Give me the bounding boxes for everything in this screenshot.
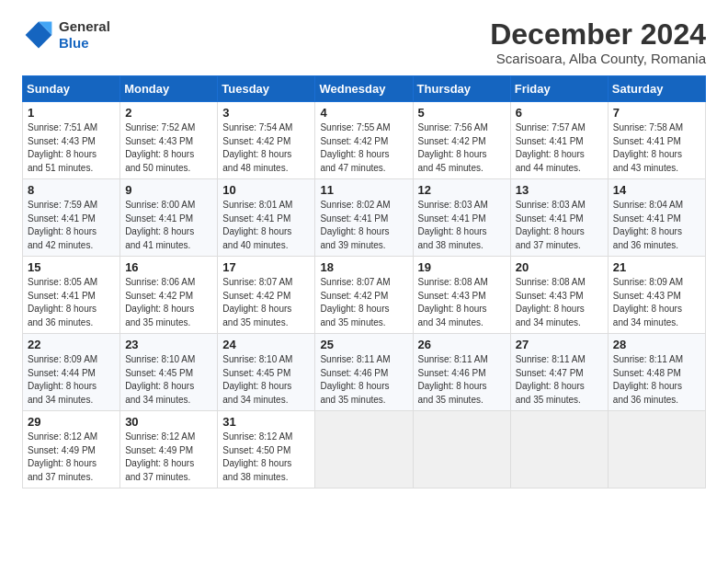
day-info: Sunrise: 7:55 AMSunset: 4:42 PMDaylight:… [320, 122, 390, 173]
day-info: Sunrise: 7:59 AMSunset: 4:41 PMDaylight:… [28, 200, 97, 250]
day-info: Sunrise: 8:03 AMSunset: 4:41 PMDaylight:… [516, 200, 586, 250]
day-cell-12: 12 Sunrise: 8:03 AMSunset: 4:41 PMDaylig… [413, 179, 510, 257]
day-number: 3 [222, 106, 310, 120]
day-cell-13: 13 Sunrise: 8:03 AMSunset: 4:41 PMDaylig… [510, 179, 608, 257]
calendar-week-2: 8 Sunrise: 7:59 AMSunset: 4:41 PMDayligh… [23, 179, 706, 257]
day-cell-9: 9 Sunrise: 8:00 AMSunset: 4:41 PMDayligh… [120, 179, 218, 257]
day-cell-1: 1 Sunrise: 7:51 AMSunset: 4:43 PMDayligh… [23, 102, 120, 179]
day-cell-25: 25 Sunrise: 8:11 AMSunset: 4:46 PMDaylig… [315, 334, 413, 411]
day-cell-17: 17 Sunrise: 8:07 AMSunset: 4:42 PMDaylig… [218, 257, 315, 334]
calendar-week-1: 1 Sunrise: 7:51 AMSunset: 4:43 PMDayligh… [23, 102, 706, 179]
day-info: Sunrise: 8:10 AMSunset: 4:45 PMDaylight:… [125, 354, 195, 405]
page-header: General Blue December 2024 Scarisoara, A… [22, 18, 706, 66]
day-info: Sunrise: 8:05 AMSunset: 4:41 PMDaylight:… [28, 277, 97, 327]
day-number: 2 [125, 106, 212, 120]
day-number: 28 [613, 338, 700, 351]
day-cell-16: 16 Sunrise: 8:06 AMSunset: 4:42 PMDaylig… [120, 257, 218, 334]
empty-cell [510, 411, 608, 488]
day-info: Sunrise: 7:54 AMSunset: 4:42 PMDaylight:… [222, 122, 292, 173]
day-info: Sunrise: 7:57 AMSunset: 4:41 PMDaylight:… [516, 122, 586, 173]
day-info: Sunrise: 7:51 AMSunset: 4:43 PMDaylight:… [28, 122, 97, 173]
calendar-table: Sunday Monday Tuesday Wednesday Thursday… [22, 75, 706, 488]
day-cell-8: 8 Sunrise: 7:59 AMSunset: 4:41 PMDayligh… [23, 179, 120, 257]
day-number: 16 [125, 260, 212, 274]
day-number: 12 [418, 183, 506, 197]
calendar-week-3: 15 Sunrise: 8:05 AMSunset: 4:41 PMDaylig… [23, 257, 706, 334]
day-info: Sunrise: 8:09 AMSunset: 4:43 PMDaylight:… [613, 277, 683, 327]
day-cell-29: 29 Sunrise: 8:12 AMSunset: 4:49 PMDaylig… [23, 411, 120, 488]
day-number: 15 [28, 260, 115, 274]
day-cell-18: 18 Sunrise: 8:07 AMSunset: 4:42 PMDaylig… [315, 257, 413, 334]
day-cell-30: 30 Sunrise: 8:12 AMSunset: 4:49 PMDaylig… [120, 411, 218, 488]
day-info: Sunrise: 7:58 AMSunset: 4:41 PMDaylight:… [613, 122, 683, 173]
day-number: 27 [516, 338, 603, 351]
day-info: Sunrise: 8:03 AMSunset: 4:41 PMDaylight:… [418, 200, 488, 250]
day-info: Sunrise: 8:11 AMSunset: 4:46 PMDaylight:… [320, 354, 390, 405]
day-info: Sunrise: 8:12 AMSunset: 4:49 PMDaylight:… [125, 431, 195, 482]
day-info: Sunrise: 8:07 AMSunset: 4:42 PMDaylight:… [222, 277, 292, 327]
col-tuesday: Tuesday [218, 76, 315, 102]
day-number: 21 [613, 260, 700, 274]
day-info: Sunrise: 8:00 AMSunset: 4:41 PMDaylight:… [125, 200, 195, 250]
day-info: Sunrise: 7:56 AMSunset: 4:42 PMDaylight:… [418, 122, 488, 173]
location-title: Scarisoara, Alba County, Romania [490, 51, 706, 66]
day-info: Sunrise: 8:10 AMSunset: 4:45 PMDaylight:… [222, 354, 292, 405]
day-cell-31: 31 Sunrise: 8:12 AMSunset: 4:50 PMDaylig… [218, 411, 315, 488]
day-number: 18 [320, 260, 407, 274]
day-info: Sunrise: 7:52 AMSunset: 4:43 PMDaylight:… [125, 122, 195, 173]
day-number: 30 [125, 415, 212, 429]
empty-cell [315, 411, 413, 488]
day-cell-22: 22 Sunrise: 8:09 AMSunset: 4:44 PMDaylig… [23, 334, 120, 411]
empty-cell [413, 411, 510, 488]
calendar-week-4: 22 Sunrise: 8:09 AMSunset: 4:44 PMDaylig… [23, 334, 706, 411]
day-number: 7 [613, 106, 700, 120]
day-number: 26 [418, 338, 506, 351]
day-number: 10 [222, 183, 310, 197]
col-saturday: Saturday [608, 76, 705, 102]
day-info: Sunrise: 8:11 AMSunset: 4:48 PMDaylight:… [613, 354, 683, 405]
calendar-header-row: Sunday Monday Tuesday Wednesday Thursday… [23, 76, 706, 102]
logo-general-text: General [59, 18, 110, 34]
day-cell-2: 2 Sunrise: 7:52 AMSunset: 4:43 PMDayligh… [120, 102, 218, 179]
day-cell-19: 19 Sunrise: 8:08 AMSunset: 4:43 PMDaylig… [413, 257, 510, 334]
day-cell-11: 11 Sunrise: 8:02 AMSunset: 4:41 PMDaylig… [315, 179, 413, 257]
day-cell-3: 3 Sunrise: 7:54 AMSunset: 4:42 PMDayligh… [218, 102, 315, 179]
day-cell-6: 6 Sunrise: 7:57 AMSunset: 4:41 PMDayligh… [510, 102, 608, 179]
day-number: 1 [28, 106, 115, 120]
day-cell-4: 4 Sunrise: 7:55 AMSunset: 4:42 PMDayligh… [315, 102, 413, 179]
day-info: Sunrise: 8:12 AMSunset: 4:49 PMDaylight:… [28, 431, 97, 482]
day-cell-26: 26 Sunrise: 8:11 AMSunset: 4:46 PMDaylig… [413, 334, 510, 411]
logo-icon [22, 18, 55, 52]
month-title: December 2024 [490, 18, 706, 51]
logo-blue-text: Blue [59, 35, 89, 51]
day-info: Sunrise: 8:09 AMSunset: 4:44 PMDaylight:… [28, 354, 97, 405]
day-number: 17 [222, 260, 310, 274]
col-sunday: Sunday [23, 76, 120, 102]
day-cell-21: 21 Sunrise: 8:09 AMSunset: 4:43 PMDaylig… [608, 257, 705, 334]
day-cell-5: 5 Sunrise: 7:56 AMSunset: 4:42 PMDayligh… [413, 102, 510, 179]
title-area: December 2024 Scarisoara, Alba County, R… [490, 18, 706, 66]
day-info: Sunrise: 8:08 AMSunset: 4:43 PMDaylight:… [516, 277, 586, 327]
day-number: 11 [320, 183, 407, 197]
day-number: 6 [516, 106, 603, 120]
day-cell-28: 28 Sunrise: 8:11 AMSunset: 4:48 PMDaylig… [608, 334, 705, 411]
day-number: 20 [516, 260, 603, 274]
day-number: 19 [418, 260, 506, 274]
day-cell-14: 14 Sunrise: 8:04 AMSunset: 4:41 PMDaylig… [608, 179, 705, 257]
day-number: 22 [28, 338, 115, 351]
day-number: 29 [28, 415, 115, 429]
day-number: 4 [320, 106, 407, 120]
day-info: Sunrise: 8:11 AMSunset: 4:46 PMDaylight:… [418, 354, 488, 405]
day-number: 13 [516, 183, 603, 197]
day-number: 9 [125, 183, 212, 197]
col-thursday: Thursday [413, 76, 510, 102]
logo: General Blue [22, 18, 110, 52]
day-cell-10: 10 Sunrise: 8:01 AMSunset: 4:41 PMDaylig… [218, 179, 315, 257]
empty-cell [608, 411, 705, 488]
col-wednesday: Wednesday [315, 76, 413, 102]
day-number: 8 [28, 183, 115, 197]
day-cell-23: 23 Sunrise: 8:10 AMSunset: 4:45 PMDaylig… [120, 334, 218, 411]
day-cell-7: 7 Sunrise: 7:58 AMSunset: 4:41 PMDayligh… [608, 102, 705, 179]
day-info: Sunrise: 8:08 AMSunset: 4:43 PMDaylight:… [418, 277, 488, 327]
col-friday: Friday [510, 76, 608, 102]
